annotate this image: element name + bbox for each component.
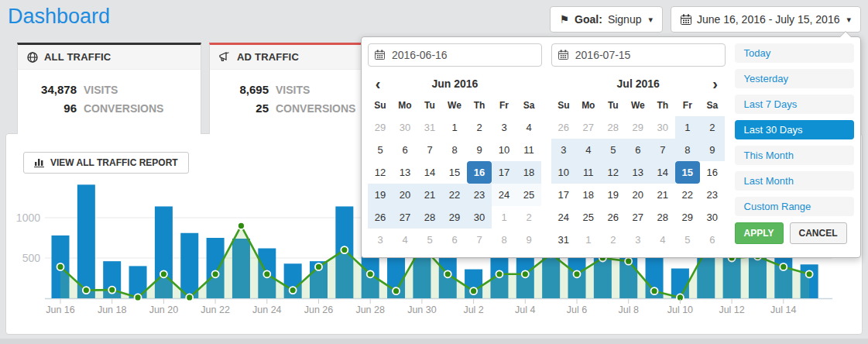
- calendar-day[interactable]: 3: [551, 139, 576, 161]
- calendar-day[interactable]: 31: [551, 229, 576, 251]
- calendar-day[interactable]: 7: [650, 139, 675, 161]
- calendar-day[interactable]: 6: [626, 139, 650, 161]
- calendar-day[interactable]: 2: [601, 229, 626, 251]
- calendar-day[interactable]: 6: [442, 229, 467, 251]
- range-option-custom-range[interactable]: Custom Range: [735, 197, 854, 216]
- calendar-day[interactable]: 1: [675, 116, 700, 139]
- calendar-day[interactable]: 6: [700, 229, 725, 251]
- calendar-day[interactable]: 10: [492, 139, 516, 161]
- calendar-day[interactable]: 3: [368, 229, 393, 251]
- end-date-input[interactable]: [551, 43, 726, 67]
- calendar-day[interactable]: 12: [601, 161, 626, 184]
- calendar-day[interactable]: 5: [601, 139, 626, 161]
- apply-button[interactable]: APPLY: [735, 222, 784, 244]
- chevron-right-icon[interactable]: ›: [705, 74, 726, 94]
- calendar-day[interactable]: 16: [467, 161, 492, 184]
- calendar-day[interactable]: 25: [516, 184, 541, 206]
- calendar-day[interactable]: 29: [675, 206, 700, 229]
- calendar-day[interactable]: 29: [368, 116, 393, 139]
- calendar-day[interactable]: 17: [492, 161, 516, 184]
- calendar-day[interactable]: 2: [516, 206, 541, 229]
- calendar-day[interactable]: 23: [700, 184, 725, 206]
- calendar-day[interactable]: 29: [626, 116, 650, 139]
- calendar-day[interactable]: 17: [551, 184, 576, 206]
- calendar-day[interactable]: 30: [467, 206, 492, 229]
- calendar-day[interactable]: 3: [492, 116, 516, 139]
- calendar-day[interactable]: 9: [516, 229, 541, 251]
- calendar-day[interactable]: 12: [368, 161, 393, 184]
- calendar-day[interactable]: 27: [393, 206, 417, 229]
- calendar-day[interactable]: 28: [650, 206, 675, 229]
- chevron-left-icon[interactable]: ‹: [368, 74, 388, 94]
- view-all-traffic-report-button[interactable]: VIEW ALL TRAFFIC REPORT: [23, 152, 189, 174]
- range-option-last-30-days[interactable]: Last 30 Days: [735, 120, 854, 139]
- range-option-last-7-days[interactable]: Last 7 Days: [735, 95, 854, 114]
- calendar-day[interactable]: 27: [576, 116, 601, 139]
- calendar-day[interactable]: 8: [492, 229, 516, 251]
- calendar-day[interactable]: 23: [467, 184, 492, 206]
- calendar-day[interactable]: 1: [442, 116, 467, 139]
- calendar-day[interactable]: 20: [393, 184, 417, 206]
- calendar-day[interactable]: 27: [626, 206, 650, 229]
- range-option-this-month[interactable]: This Month: [735, 146, 854, 165]
- calendar-day[interactable]: 8: [442, 139, 467, 161]
- calendar-day[interactable]: 26: [551, 116, 576, 139]
- calendar-day[interactable]: 25: [576, 206, 601, 229]
- calendar-day[interactable]: 31: [417, 116, 442, 139]
- calendar-day[interactable]: 4: [393, 229, 417, 251]
- calendar-day[interactable]: 26: [601, 206, 626, 229]
- calendar-day[interactable]: 8: [675, 139, 700, 161]
- calendar-day[interactable]: 14: [417, 161, 442, 184]
- calendar-day[interactable]: 10: [551, 161, 576, 184]
- calendar-day[interactable]: 3: [626, 229, 650, 251]
- calendar-day[interactable]: 13: [393, 161, 417, 184]
- calendar-day[interactable]: 29: [442, 206, 467, 229]
- calendar-day[interactable]: 30: [393, 116, 417, 139]
- calendar-day[interactable]: 9: [467, 139, 492, 161]
- range-option-last-month[interactable]: Last Month: [735, 171, 854, 191]
- calendar-day[interactable]: 4: [576, 139, 601, 161]
- goal-dropdown-button[interactable]: ⚑ Goal: Signup ▾: [550, 6, 663, 33]
- calendar-day[interactable]: 19: [601, 184, 626, 206]
- calendar-day[interactable]: 7: [467, 229, 492, 251]
- date-range-button[interactable]: June 16, 2016 - July 15, 2016 ▾: [671, 6, 861, 33]
- calendar-day[interactable]: 30: [700, 206, 725, 229]
- calendar-day[interactable]: 21: [650, 184, 675, 206]
- calendar-day[interactable]: 1: [576, 229, 601, 251]
- calendar-day[interactable]: 18: [576, 184, 601, 206]
- calendar-day[interactable]: 24: [551, 206, 576, 229]
- calendar-day[interactable]: 5: [417, 229, 442, 251]
- calendar-day[interactable]: 24: [492, 184, 516, 206]
- calendar-day[interactable]: 5: [368, 139, 393, 161]
- calendar-day[interactable]: 30: [650, 116, 675, 139]
- calendar-day[interactable]: 19: [368, 184, 393, 206]
- cancel-button[interactable]: CANCEL: [790, 222, 847, 244]
- calendar-day[interactable]: 22: [675, 184, 700, 206]
- calendar-day[interactable]: 26: [368, 206, 393, 229]
- calendar-day[interactable]: 5: [675, 229, 700, 251]
- calendar-day[interactable]: 2: [467, 116, 492, 139]
- range-option-yesterday[interactable]: Yesterday: [735, 69, 854, 88]
- calendar-day[interactable]: 18: [516, 161, 541, 184]
- calendar-day[interactable]: 14: [650, 161, 675, 184]
- calendar-day[interactable]: 28: [417, 206, 442, 229]
- calendar-day[interactable]: 7: [417, 139, 442, 161]
- calendar-day[interactable]: 21: [417, 184, 442, 206]
- calendar-day[interactable]: 15: [442, 161, 467, 184]
- start-date-input[interactable]: [368, 43, 542, 67]
- calendar-day[interactable]: 28: [601, 116, 626, 139]
- calendar-day[interactable]: 4: [516, 116, 541, 139]
- calendar-day[interactable]: 1: [492, 206, 516, 229]
- calendar-day[interactable]: 13: [626, 161, 650, 184]
- calendar-day[interactable]: 15: [675, 161, 700, 184]
- calendar-day[interactable]: 11: [516, 139, 541, 161]
- calendar-day[interactable]: 11: [576, 161, 601, 184]
- calendar-day[interactable]: 6: [393, 139, 417, 161]
- calendar-day[interactable]: 4: [650, 229, 675, 251]
- calendar-day[interactable]: 20: [626, 184, 650, 206]
- tab-all-traffic[interactable]: ALL TRAFFIC 34,878 VISITS 96 CONVERSIONS: [17, 43, 201, 134]
- calendar-day[interactable]: 16: [700, 161, 725, 184]
- range-option-today[interactable]: Today: [735, 43, 854, 63]
- calendar-day[interactable]: 22: [442, 184, 467, 206]
- calendar-day[interactable]: 2: [700, 116, 725, 139]
